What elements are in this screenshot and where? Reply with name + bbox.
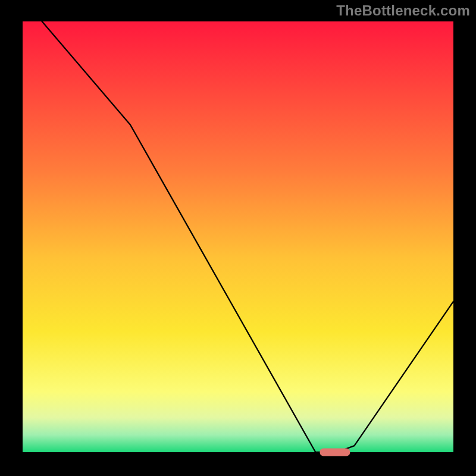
chart-container: TheBottleneck.com [0, 0, 476, 476]
optimum-marker [320, 449, 350, 456]
plot-background [23, 21, 453, 452]
watermark-label: TheBottleneck.com [336, 2, 470, 19]
bottleneck-curve-chart [0, 0, 476, 476]
